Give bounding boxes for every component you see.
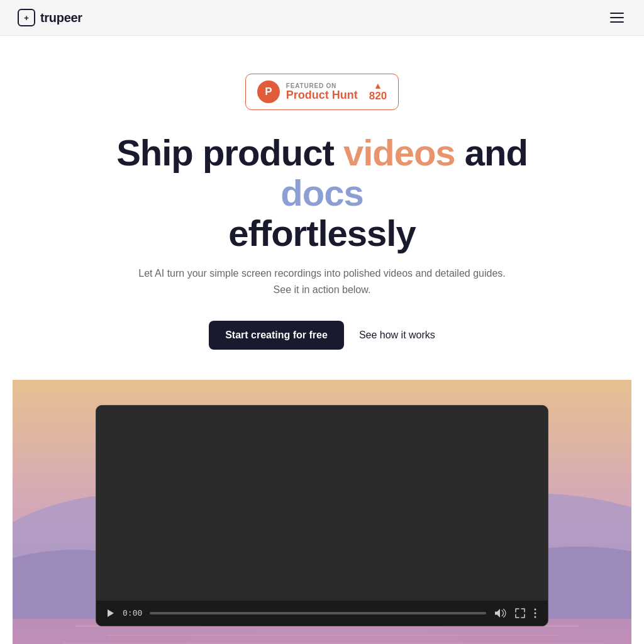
headline-start: Ship product [116,132,343,173]
hero-subtitle: Let AI turn your simple screen recording… [133,265,511,297]
play-icon [108,609,114,617]
svg-point-13 [535,616,536,618]
fullscreen-button[interactable] [514,607,526,619]
upvote-arrow-icon: ▲ [374,81,382,90]
see-how-it-works-button[interactable]: See how it works [359,330,435,341]
logo-icon: + [18,9,35,26]
featured-on-label: FEATURED ON [286,82,336,89]
progress-bar[interactable] [150,612,486,614]
main-headline: Ship product videos and docs effortlessl… [83,133,561,253]
product-hunt-text: FEATURED ON Product Hunt [286,82,358,102]
time-display: 0:00 [123,608,142,618]
product-hunt-icon: P [257,80,280,103]
start-creating-button[interactable]: Start creating for free [209,321,344,350]
headline-videos: videos [343,132,455,173]
product-hunt-badge[interactable]: P FEATURED ON Product Hunt ▲ 820 [245,74,399,110]
play-button[interactable] [106,608,115,618]
hamburger-menu[interactable] [608,10,626,25]
video-screen [96,406,548,601]
product-hunt-label: Product Hunt [286,89,358,102]
product-hunt-score: ▲ 820 [369,81,387,103]
cta-row: Start creating for free See how it works [209,321,435,350]
headline-end: effortlessly [228,213,415,253]
hero-section: P FEATURED ON Product Hunt ▲ 820 Ship pr… [0,36,644,644]
volume-button[interactable] [494,607,508,619]
right-controls [494,607,538,619]
more-options-button[interactable] [533,607,538,619]
video-player: 0:00 [96,405,548,626]
svg-point-12 [535,612,536,614]
headline-docs: docs [280,172,363,213]
video-section: 0:00 [13,380,631,644]
svg-point-11 [535,608,536,610]
navbar: + trupeer [0,0,644,36]
logo-text: trupeer [40,11,82,25]
headline-mid: and [455,132,528,173]
video-controls: 0:00 [96,601,548,626]
score-number: 820 [369,90,387,103]
svg-rect-7 [107,635,560,636]
logo[interactable]: + trupeer [18,9,82,26]
